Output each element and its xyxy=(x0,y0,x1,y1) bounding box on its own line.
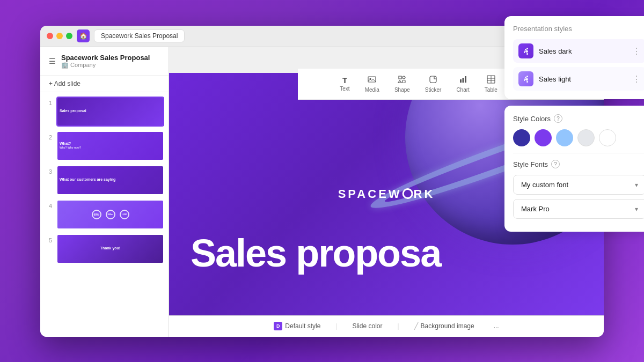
slide-thumbnail-1[interactable]: Sales proposal xyxy=(56,97,164,127)
sticker-label: Sticker xyxy=(425,87,442,93)
text-label: Text xyxy=(340,86,349,92)
sidebar-header: ☰ Spacework Sales Proposal 🏢 Company xyxy=(40,47,169,76)
more-options-button[interactable]: ... xyxy=(489,320,503,332)
thumb-label: Sales proposal xyxy=(60,109,86,113)
svg-rect-6 xyxy=(430,76,436,83)
slide-number: 2 xyxy=(45,134,52,141)
svg-rect-7 xyxy=(460,79,462,83)
add-slide-label: + Add slide xyxy=(49,80,80,87)
slide-number: 3 xyxy=(45,168,52,175)
text-icon: T xyxy=(342,76,347,85)
presentation-title: Spacework Sales Proposal xyxy=(61,54,150,62)
slide-thumbnail-5[interactable]: Thank you! xyxy=(56,234,164,264)
style-dark-name: Sales dark xyxy=(539,47,627,55)
font-2-dropdown[interactable]: Mark Pro ▾ xyxy=(513,199,644,219)
fonts-section: Style Fonts ? My custom font ▾ Mark Pro … xyxy=(513,160,644,219)
background-image-button[interactable]: ╱ Background image xyxy=(410,320,479,332)
slide-color-button[interactable]: Slide color xyxy=(348,320,386,332)
sticker-icon xyxy=(429,75,437,86)
slides-list: 1 Sales proposal 2 xyxy=(40,92,169,337)
style-dark-icon: A xyxy=(518,43,533,58)
slash-icon: ╱ xyxy=(414,322,418,330)
separator-1: | xyxy=(335,322,337,330)
slide-number: 1 xyxy=(45,100,52,106)
shape-label: Shape xyxy=(394,87,410,93)
list-item[interactable]: 3 What our customers are saying xyxy=(45,165,164,195)
home-icon[interactable]: 🏠 xyxy=(77,29,90,42)
minimize-button[interactable] xyxy=(56,33,63,39)
style-colors-fonts-card: Style Colors ? Style Fonts ? My custom f… xyxy=(504,106,644,232)
chart-icon xyxy=(459,75,467,86)
colors-label: Style Colors xyxy=(513,115,551,123)
svg-rect-2 xyxy=(399,76,401,79)
color-swatch-light-gray[interactable] xyxy=(577,129,595,146)
list-item[interactable]: 2 What? Why? Why now? xyxy=(45,131,164,161)
hamburger-icon[interactable]: ☰ xyxy=(49,57,56,65)
presentation-styles-title: Presentation styles xyxy=(513,25,644,33)
toolbar-shape[interactable]: Shape xyxy=(391,73,413,95)
svg-marker-4 xyxy=(398,80,401,83)
font-2-arrow-icon: ▾ xyxy=(635,205,638,213)
presentation-styles-card: Presentation styles A Sales dark ⋮ A xyxy=(504,16,644,99)
close-button[interactable] xyxy=(47,33,53,39)
style-dark-dots xyxy=(526,48,528,55)
svg-rect-5 xyxy=(402,80,405,83)
divider xyxy=(513,153,644,153)
style-light-menu-icon[interactable]: ⋮ xyxy=(632,74,641,84)
separator-2: | xyxy=(397,322,399,330)
colors-section-title: Style Colors ? xyxy=(513,114,644,123)
slide-main-text: Sales proposa xyxy=(191,234,441,272)
style-item-light[interactable]: A Sales light ⋮ xyxy=(513,67,644,91)
window-title: Spacework Sales Proposal xyxy=(94,29,185,42)
font-2-label: Mark Pro xyxy=(521,205,550,213)
thumb-subtitle: Why? Why now? xyxy=(60,146,81,150)
add-slide-button[interactable]: + Add slide xyxy=(40,76,169,92)
chart-label: Chart xyxy=(456,87,469,93)
font-1-dropdown[interactable]: My custom font ▾ xyxy=(513,175,644,195)
logo-o xyxy=(402,188,413,199)
toolbar-media[interactable]: Media xyxy=(362,73,383,95)
svg-point-3 xyxy=(402,76,405,79)
style-item-dark[interactable]: A Sales dark ⋮ xyxy=(513,39,644,63)
presentation-company: 🏢 Company xyxy=(61,62,150,69)
bottom-bar: D Default style | Slide color | ╱ Backgr… xyxy=(169,315,604,337)
color-swatch-purple[interactable] xyxy=(535,129,552,146)
slide-number: 4 xyxy=(45,203,52,209)
list-item[interactable]: 1 Sales proposal xyxy=(45,97,164,127)
color-swatch-deep-purple[interactable] xyxy=(513,129,530,146)
colors-help-icon[interactable]: ? xyxy=(554,114,562,123)
fonts-section-title: Style Fonts ? xyxy=(513,160,644,168)
right-panel: Presentation styles A Sales dark ⋮ A xyxy=(504,16,644,232)
font-1-label: My custom font xyxy=(521,181,568,189)
svg-rect-8 xyxy=(462,78,464,83)
color-swatch-light-blue[interactable] xyxy=(556,129,573,146)
toolbar-table[interactable]: Table xyxy=(481,73,501,95)
svg-rect-9 xyxy=(465,76,466,83)
thumb-label: Thank you! xyxy=(100,246,120,250)
fonts-help-icon[interactable]: ? xyxy=(551,160,560,168)
maximize-button[interactable] xyxy=(66,33,72,39)
slide-thumbnail-4[interactable]: 68% $40m 1,280 xyxy=(56,200,164,230)
traffic-lights xyxy=(47,33,72,39)
list-item[interactable]: 4 68% $40m xyxy=(45,200,164,230)
slide-thumbnail-2[interactable]: What? Why? Why now? xyxy=(56,131,164,161)
color-swatches xyxy=(513,129,644,146)
toolbar-sticker[interactable]: Sticker xyxy=(422,73,445,95)
default-style-button[interactable]: D Default style xyxy=(269,320,325,333)
shape-icon xyxy=(398,75,406,86)
font-1-arrow-icon: ▾ xyxy=(635,181,638,189)
svg-rect-0 xyxy=(368,77,376,82)
media-icon xyxy=(368,75,376,86)
slide-number: 5 xyxy=(45,237,52,243)
style-dark-menu-icon[interactable]: ⋮ xyxy=(632,46,641,56)
slide-color-label: Slide color xyxy=(352,322,382,330)
thumb-label: What our customers are saying xyxy=(60,178,115,182)
style-dot-icon: D xyxy=(274,322,282,330)
toolbar-chart[interactable]: Chart xyxy=(453,73,472,95)
slide-thumbnail-3[interactable]: What our customers are saying xyxy=(56,165,164,195)
style-light-icon: A xyxy=(518,71,533,86)
toolbar-text[interactable]: T Text xyxy=(336,73,353,94)
color-swatch-white[interactable] xyxy=(599,129,616,146)
slide-logo: SPACEWRK xyxy=(338,187,435,201)
list-item[interactable]: 5 Thank you! xyxy=(45,234,164,264)
